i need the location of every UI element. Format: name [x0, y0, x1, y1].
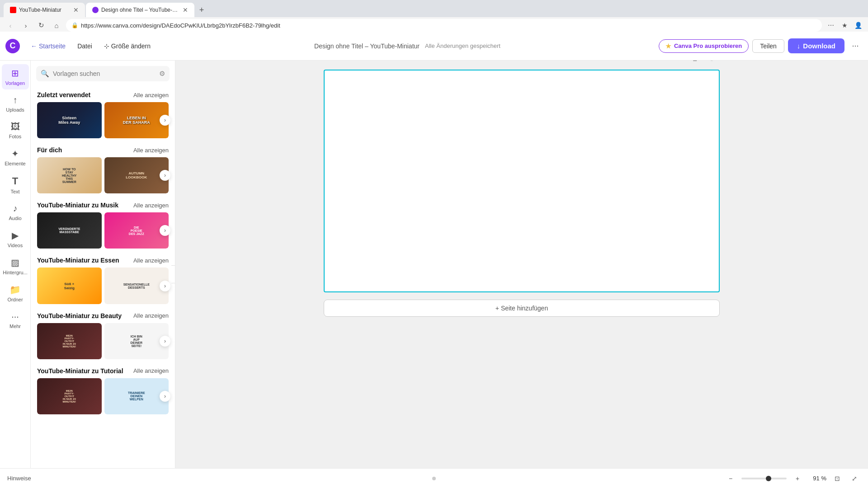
refresh-button[interactable]: ↻	[35, 19, 47, 31]
canva-logo[interactable]: C	[5, 39, 20, 53]
section-link-zuletzt[interactable]: Alle anzeigen	[133, 92, 169, 99]
browser-tabs: YouTube-Miniatur ✕ Design ohne Titel – Y…	[0, 0, 868, 17]
audio-icon: ♪	[13, 203, 18, 214]
home-button[interactable]: ← Startseite	[25, 40, 71, 52]
resize-button[interactable]: ⊹ Größe ändern	[99, 40, 156, 52]
template-item-desserts[interactable]: SENSATIONELLEDESSERTS	[104, 267, 169, 304]
download-button[interactable]: ↓ Download	[788, 38, 844, 53]
share-button[interactable]: Teilen	[752, 39, 784, 53]
browser-actions: ⋯ ★ 👤	[826, 20, 863, 31]
search-input[interactable]	[53, 70, 156, 77]
resize-icon: ⊹	[104, 42, 109, 50]
template-item-food[interactable]: Süß +Salzig	[37, 267, 102, 304]
sidebar-item-uploads[interactable]: ↑ Uploads	[2, 91, 29, 116]
thumb-text-food: Süß +Salzig	[37, 267, 102, 304]
thumb-text-beauty1: MEINPARTY-OUTFITIN NUR 20MINUTEN!	[37, 323, 102, 359]
more-icon: ···	[852, 41, 859, 51]
tab-close-canva[interactable]: ✕	[183, 6, 188, 14]
browser-chrome: YouTube-Miniatur ✕ Design ohne Titel – Y…	[0, 0, 868, 32]
bottom-bar: Hinweise − + 91 % ⊡ ⤢	[0, 468, 868, 488]
profile-icon[interactable]: 👤	[853, 20, 863, 31]
forward-button[interactable]: ›	[20, 19, 32, 31]
template-item-poesie[interactable]: DIEPOESIEDES JAZZ	[104, 212, 169, 249]
new-tab-button[interactable]: +	[195, 4, 208, 16]
browser-tab-yt[interactable]: YouTube-Miniatur ✕	[4, 3, 85, 17]
section-header-fuerdich: Für dich Alle anzeigen	[37, 146, 169, 154]
extensions-icon[interactable]: ⋯	[826, 20, 836, 31]
saved-indicator: Alle Änderungen gespeichert	[425, 42, 500, 50]
sidebar-item-elemente[interactable]: ✦ Elemente	[2, 145, 29, 170]
top-bar-nav: ← Startseite Datei ⊹ Größe ändern	[25, 40, 156, 52]
section-arrow-zuletzt[interactable]: ›	[160, 115, 170, 126]
fullscreen-button[interactable]: ⤢	[848, 472, 861, 485]
canvas-icons: ⧉ ⤢	[687, 61, 720, 66]
sidebar-item-text[interactable]: T Text	[2, 172, 29, 198]
template-item-veraenderte[interactable]: VERÄNDERTEMASSSTABE	[37, 212, 102, 249]
download-icon: ↓	[797, 42, 801, 50]
mehr-icon: ···	[11, 311, 19, 322]
template-item-autumn[interactable]: AUTUMNLOOKBOOK	[104, 157, 169, 193]
template-item-tutorial1[interactable]: MEINPARTY-OUTFITIN NUR 20MINUTEN!	[37, 378, 102, 414]
tab-close-yt[interactable]: ✕	[73, 6, 79, 14]
section-arrow-tutorial[interactable]: ›	[160, 391, 170, 402]
back-button[interactable]: ‹	[5, 19, 16, 31]
thumb-text-sixteen: SixteenMiles Away	[37, 102, 102, 138]
copy-canvas-button[interactable]: ⧉	[687, 61, 702, 66]
bookmark-icon[interactable]: ★	[839, 20, 850, 31]
fotos-icon: 🖼	[11, 122, 20, 132]
thumb-text-desserts: SENSATIONELLEDESSERTS	[104, 267, 169, 304]
template-item-sahara[interactable]: LEBEN INDER SAHARA	[104, 102, 169, 138]
sidebar-item-hintergrund[interactable]: ▨ Hintergru...	[2, 253, 29, 279]
template-item-beauty2[interactable]: ICH BINAUFDEINERSEITE!	[104, 323, 169, 359]
section-title-musik: YouTube-Miniatur zu Musik	[37, 202, 118, 209]
panel-collapse-handle[interactable]: ‹	[171, 265, 175, 283]
file-label: Datei	[77, 42, 92, 50]
sidebar-item-videos[interactable]: ▶ Videos	[2, 226, 29, 252]
zoom-plus-button[interactable]: +	[791, 472, 804, 485]
template-item-tutorial2[interactable]: TRAINIEREDEINENWELPEN	[104, 378, 169, 414]
sidebar-item-mehr[interactable]: ··· Mehr	[2, 308, 29, 333]
external-canvas-button[interactable]: ⤢	[705, 61, 720, 66]
url-text: https://www.canva.com/design/DAEdoCPwKlU…	[81, 22, 816, 29]
file-menu[interactable]: Datei	[72, 40, 98, 52]
template-item-sixteen-miles[interactable]: SixteenMiles Away	[37, 102, 102, 138]
section-link-fuerdich[interactable]: Alle anzeigen	[133, 147, 169, 154]
page-indicator	[432, 477, 436, 480]
section-link-musik[interactable]: Alle anzeigen	[133, 202, 169, 209]
canva-pro-button[interactable]: ★ Canva Pro ausprobieren	[659, 39, 749, 53]
page-layout-button[interactable]: ⊡	[831, 472, 844, 485]
vorlagen-icon: ⊞	[11, 68, 19, 79]
tab-favicon-canva	[92, 7, 99, 13]
section-arrow-beauty[interactable]: ›	[160, 336, 170, 347]
zoom-minus-button[interactable]: −	[724, 472, 737, 485]
sidebar-item-vorlagen[interactable]: ⊞ Vorlagen	[2, 64, 29, 89]
sidebar-item-ordner[interactable]: 📁 Ordner	[2, 281, 29, 306]
hint-label: Hinweise	[7, 475, 31, 482]
template-grid-fuerdich: HOW TOSTAYHEALTHYTHISSUMMER AUTUMNLOOKBO…	[37, 157, 169, 193]
url-bar[interactable]: 🔒 https://www.canva.com/design/DAEdoCPwK…	[66, 19, 822, 32]
section-title-tutorial: YouTube-Miniatur zu Tutorial	[37, 367, 123, 375]
canva-pro-label: Canva Pro ausprobieren	[674, 42, 742, 49]
section-link-essen[interactable]: Alle anzeigen	[133, 257, 169, 264]
template-item-beauty1[interactable]: MEINPARTY-OUTFITIN NUR 20MINUTEN!	[37, 323, 102, 359]
browser-tab-canva[interactable]: Design ohne Titel – YouTube-M... ✕	[86, 3, 194, 17]
home-button[interactable]: ⌂	[51, 19, 62, 31]
search-bar: 🔍 ⚙	[36, 66, 170, 81]
filter-icon[interactable]: ⚙	[159, 70, 165, 78]
section-fuerdich: Für dich Alle anzeigen HOW TOSTAYHEALTHY…	[31, 142, 175, 197]
thumb-text-healthy: HOW TOSTAYHEALTHYTHISSUMMER	[37, 157, 102, 193]
canvas-frame[interactable]	[324, 70, 720, 292]
sidebar-item-audio[interactable]: ♪ Audio	[2, 200, 29, 225]
template-item-stay-healthy[interactable]: HOW TOSTAYHEALTHYTHISSUMMER	[37, 157, 102, 193]
bottom-right: − + 91 % ⊡ ⤢	[724, 472, 861, 485]
section-link-beauty[interactable]: Alle anzeigen	[133, 312, 169, 319]
sidebar-item-fotos[interactable]: 🖼 Fotos	[2, 118, 29, 143]
section-arrow-musik[interactable]: ›	[160, 225, 170, 236]
section-arrow-essen[interactable]: ›	[160, 281, 170, 291]
zoom-slider[interactable]	[741, 478, 787, 479]
section-link-tutorial[interactable]: Alle anzeigen	[133, 367, 169, 374]
add-page-button[interactable]: + Seite hinzufügen	[324, 300, 720, 317]
section-arrow-fuerdich[interactable]: ›	[160, 170, 170, 181]
more-options-button[interactable]: ···	[848, 39, 863, 53]
template-grid-beauty: MEINPARTY-OUTFITIN NUR 20MINUTEN! ICH BI…	[37, 323, 169, 359]
